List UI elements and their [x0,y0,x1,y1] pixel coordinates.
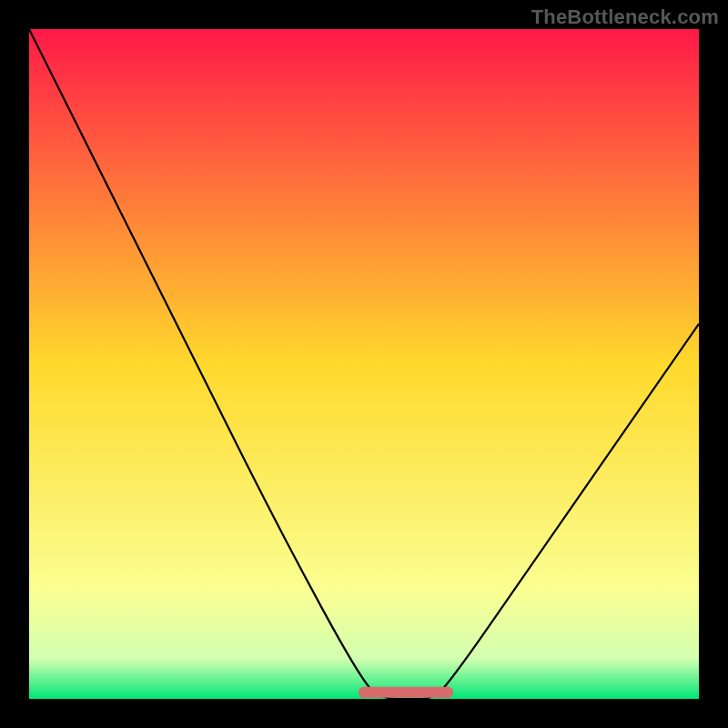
chart-frame: TheBottleneck.com [0,0,728,728]
plot-svg [29,29,699,699]
bottleneck-plot [29,29,699,699]
watermark-text: TheBottleneck.com [531,5,719,29]
min-marker-right [442,687,453,698]
min-marker-left [359,687,369,698]
gradient-rect [29,29,699,699]
